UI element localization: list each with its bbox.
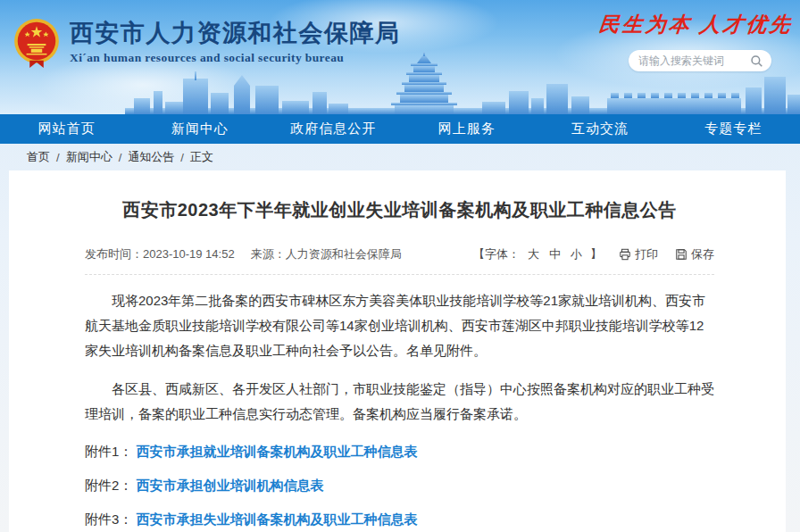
breadcrumb-home[interactable]: 首页 <box>27 149 50 165</box>
article-title: 西安市2023年下半年就业创业失业培训备案机构及职业工种信息公告 <box>85 197 714 222</box>
attachment-link-2[interactable]: 西安市承担创业培训机构信息表 <box>137 478 324 493</box>
font-size-large[interactable]: 大 <box>528 246 539 262</box>
meta-left: 发布时间：2023-10-19 14:52 来源：人力资源和社会保障局 <box>85 246 414 262</box>
article: 西安市2023年下半年就业创业失业培训备案机构及职业工种信息公告 发布时间：20… <box>9 170 786 532</box>
breadcrumb-separator: / <box>180 151 184 164</box>
nav-item-online-svc[interactable]: 网上服务 <box>400 114 533 144</box>
breadcrumb-separator: / <box>119 151 122 164</box>
attachment-link-3[interactable]: 西安市承担失业培训备案机构及职业工种信息表 <box>137 511 418 527</box>
breadcrumb-notice[interactable]: 通知公告 <box>128 149 174 165</box>
article-meta: 发布时间：2023-10-19 14:52 来源：人力资源和社会保障局 【字体：… <box>85 246 714 275</box>
printer-icon <box>619 248 631 261</box>
nav-item-interaction[interactable]: 互动交流 <box>533 114 666 144</box>
attachment-row: 附件1： 西安市承担就业培训备案机构及职业工种信息表 <box>85 443 714 461</box>
national-emblem-icon <box>13 18 60 68</box>
font-size-medium[interactable]: 中 <box>549 246 561 262</box>
attachment-link-1[interactable]: 西安市承担就业培训备案机构及职业工种信息表 <box>137 444 418 459</box>
article-paragraph: 现将2023年第二批备案的西安市碑林区东方美容美体职业技能培训学校等21家就业培… <box>85 288 714 363</box>
attachment-label: 附件3： <box>85 511 132 527</box>
nav-item-home[interactable]: 网站首页 <box>0 114 133 144</box>
search-icon[interactable] <box>750 54 763 68</box>
breadcrumb-news[interactable]: 新闻中心 <box>66 149 112 165</box>
nav-item-gov-info[interactable]: 政府信息公开 <box>267 114 400 144</box>
breadcrumb: 首页 / 新闻中心 / 通知公告 / 正文 <box>0 144 800 170</box>
save-button[interactable]: 保存 <box>675 246 714 262</box>
font-size-small[interactable]: 小 <box>571 246 582 262</box>
attachment-row: 附件3： 西安市承担失业培训备案机构及职业工种信息表 <box>85 511 714 528</box>
content-card: 西安市2023年下半年就业创业失业培训备案机构及职业工种信息公告 发布时间：20… <box>9 170 786 532</box>
slogan-calligraphy: 民生为本 人才优先 <box>598 11 795 38</box>
font-size-suffix: 】 <box>590 246 602 262</box>
attachment-label: 附件2： <box>85 478 132 493</box>
attachment-label: 附件1： <box>85 444 132 459</box>
print-button[interactable]: 打印 <box>619 246 658 262</box>
site-header: 西安市人力资源和社会保障局 Xi´an human resources and … <box>0 0 800 114</box>
breadcrumb-separator: / <box>56 151 60 164</box>
publish-time: 发布时间：2023-10-19 14:52 <box>85 246 235 262</box>
meta-right: 【字体： 大 中 小 】 打印 <box>473 246 714 262</box>
nav-item-special[interactable]: 专题专栏 <box>667 114 800 144</box>
search-input[interactable] <box>637 54 750 68</box>
font-size-prefix: 【字体： <box>473 246 520 262</box>
breadcrumb-current: 正文 <box>190 149 213 165</box>
save-icon <box>675 248 688 261</box>
article-source: 来源：人力资源和社会保障局 <box>251 246 402 262</box>
site-title: 西安市人力资源和社会保障局 <box>70 20 401 47</box>
nav-item-news[interactable]: 新闻中心 <box>133 114 266 144</box>
main-nav: 网站首页 新闻中心 政府信息公开 网上服务 互动交流 专题专栏 <box>0 114 800 144</box>
article-paragraph: 各区县、西咸新区、各开发区人社部门，市职业技能鉴定（指导）中心按照备案机构对应的… <box>85 377 714 427</box>
search-box <box>629 50 771 71</box>
attachment-row: 附件2： 西安市承担创业培训机构信息表 <box>85 477 714 495</box>
site-subtitle: Xi´an human resources and social securit… <box>70 51 401 65</box>
site-logo-brand[interactable]: 西安市人力资源和社会保障局 Xi´an human resources and … <box>13 18 401 68</box>
brand-text: 西安市人力资源和社会保障局 Xi´an human resources and … <box>70 20 401 65</box>
